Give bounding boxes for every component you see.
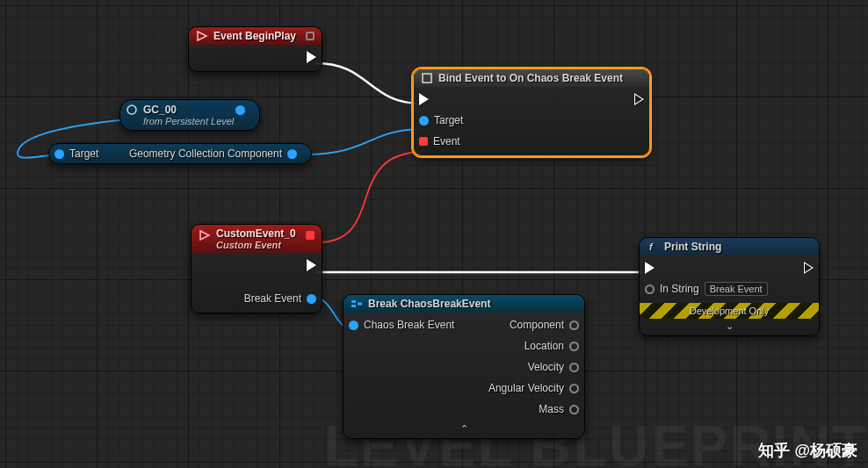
svg-text:f: f [649,241,654,252]
delegate-pin[interactable] [306,231,315,240]
node-header[interactable]: Break ChaosBreakEvent [344,295,584,313]
pin-label: Chaos Break Event [364,319,454,331]
data-out-pin[interactable] [235,105,245,115]
node-subtitle: Custom Event [216,240,296,250]
pin-label: Velocity [528,361,564,373]
node-title: Event BeginPlay [213,30,296,42]
watermark: 知乎 @杨硕豪 [758,440,857,461]
svg-rect-1 [423,74,431,83]
variable-subtitle: from Persistent Level [126,116,234,126]
data-out-pin[interactable] [307,294,316,304]
event-arrow-icon [199,229,211,241]
exec-out-pin[interactable] [307,51,316,63]
pin-label: In String [660,283,699,295]
exec-out-pin[interactable] [307,259,316,271]
node-get-geometry-collection[interactable]: Target Geometry Collection Component [48,143,312,164]
svg-point-0 [127,105,136,114]
node-header[interactable]: Event BeginPlay [189,27,322,45]
node-print-string[interactable]: f Print String In String Break Event Dev… [639,237,820,336]
data-out-pin[interactable] [569,363,579,372]
struct-in-pin[interactable] [349,320,358,330]
break-struct-icon [351,298,363,310]
pin-label: Mass [539,403,564,415]
pin-label: Event [433,135,460,148]
pin-label: Component [510,319,564,331]
pin-label: Angular Velocity [488,382,564,394]
node-title: Print String [664,241,721,253]
node-header[interactable]: f Print String [640,238,819,256]
target-pin[interactable] [419,116,429,126]
node-variable-gc00[interactable]: GC_00 from Persistent Level [119,99,260,131]
expand-toggle[interactable]: ⌄ [640,319,819,335]
node-bind-event[interactable]: Bind Event to On Chaos Break Event Targe… [413,68,650,156]
event-arrow-icon [196,30,208,42]
exec-out-pin[interactable] [804,262,814,274]
svg-rect-3 [351,305,356,307]
svg-rect-4 [358,303,362,306]
data-out-pin[interactable] [569,384,579,393]
svg-rect-2 [351,300,356,303]
exec-in-pin[interactable] [645,262,655,274]
in-string-pin[interactable] [645,284,655,294]
pin-label: Location [524,340,564,352]
bind-icon [421,72,433,84]
data-out-pin[interactable] [569,342,579,351]
delegate-pin[interactable] [306,32,315,40]
node-event-beginplay[interactable]: Event BeginPlay [188,26,322,72]
pin-label-out: Geometry Collection Component [129,148,282,160]
function-icon: f [647,241,659,253]
node-header[interactable]: CustomEvent_0 Custom Event [192,225,322,253]
node-title: Break ChaosBreakEvent [368,298,490,310]
event-pin[interactable] [419,137,428,146]
in-string-value[interactable]: Break Event [705,282,768,296]
expand-toggle[interactable]: ⌃ [344,423,584,438]
pin-label: Target [434,114,463,126]
target-in-pin[interactable] [54,149,64,159]
data-out-pin[interactable] [569,405,579,414]
development-only-banner: Development Only [640,303,819,319]
node-title: CustomEvent_0 [216,227,296,240]
exec-out-pin[interactable] [634,93,644,105]
data-out-pin[interactable] [287,149,297,159]
pin-label-target: Target [69,148,98,160]
data-out-pin[interactable] [569,320,579,330]
actor-icon [126,104,138,116]
node-custom-event[interactable]: CustomEvent_0 Custom Event Break Event [191,224,322,313]
variable-name: GC_00 [143,104,177,116]
exec-in-pin[interactable] [419,93,429,105]
node-header[interactable]: Bind Event to On Chaos Break Event [414,69,649,87]
node-title: Bind Event to On Chaos Break Event [438,72,623,84]
pin-label: Break Event [244,292,301,305]
node-break-struct[interactable]: Break ChaosBreakEvent Chaos Break Event … [343,294,585,439]
